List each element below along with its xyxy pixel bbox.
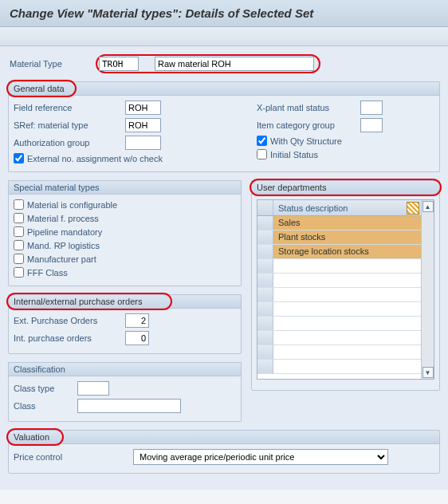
price-control-select[interactable]: Moving average price/periodic unit price — [133, 449, 388, 465]
row-selector[interactable] — [257, 360, 273, 373]
material-type-desc-input[interactable] — [155, 57, 314, 71]
xplant-input[interactable] — [360, 100, 383, 115]
table-row[interactable] — [257, 331, 421, 345]
material-type-label: Material Type — [8, 59, 96, 69]
material-type-highlight — [96, 54, 320, 73]
sref-input[interactable] — [125, 118, 161, 132]
row-selector[interactable] — [257, 288, 273, 301]
material-type-code-input[interactable] — [99, 57, 139, 71]
table-row[interactable] — [257, 345, 421, 360]
status-description-cell[interactable]: Sales — [273, 216, 421, 230]
table-row[interactable] — [257, 360, 421, 374]
int-po-label: Int. purchase orders — [14, 333, 125, 343]
special-material-checkbox[interactable] — [14, 199, 24, 210]
special-material-checkbox[interactable] — [14, 267, 24, 278]
table-row[interactable] — [257, 288, 421, 302]
table-row[interactable]: Sales — [257, 216, 421, 230]
special-material-types-title: Special material types — [8, 180, 242, 195]
purchase-orders-title-bar: Internal/external purchase orders — [8, 294, 242, 309]
user-departments-scrollbar[interactable]: ▲ ▼ — [421, 200, 434, 379]
status-description-cell[interactable] — [273, 345, 421, 359]
class-input[interactable] — [77, 399, 181, 413]
valuation-group: Valuation Price control Moving average p… — [8, 430, 440, 474]
special-material-checkbox[interactable] — [14, 254, 24, 264]
row-selector[interactable] — [257, 259, 273, 273]
status-description-cell[interactable] — [273, 317, 421, 330]
initial-status-checkbox[interactable] — [257, 149, 267, 159]
purchase-orders-group: Internal/external purchase orders Ext. P… — [8, 294, 242, 354]
user-departments-table: Status description SalesPlant stocksStor… — [257, 199, 434, 380]
xplant-label: X-plant matl status — [257, 103, 360, 112]
special-material-label: Pipeline mandatory — [27, 227, 102, 237]
class-type-label: Class type — [14, 384, 77, 393]
with-qty-checkbox[interactable] — [257, 136, 267, 146]
row-selector[interactable] — [257, 245, 273, 258]
special-material-checkbox[interactable] — [14, 226, 24, 237]
auth-group-label: Authorization group — [14, 138, 125, 148]
status-description-cell[interactable] — [273, 302, 421, 316]
int-po-input[interactable] — [125, 331, 149, 345]
table-row[interactable] — [257, 302, 421, 317]
user-departments-header: Status description — [257, 200, 421, 216]
main-content: Material Type General data Field referen… — [0, 46, 448, 490]
status-description-cell[interactable] — [273, 331, 421, 345]
special-material-row: Mand. RP logistics — [14, 240, 236, 250]
table-row[interactable] — [257, 317, 421, 331]
ext-no-label: External no. assignment w/o check — [27, 154, 163, 163]
special-material-checkbox[interactable] — [14, 213, 24, 223]
purchase-orders-title: Internal/external purchase orders — [14, 297, 142, 306]
table-row[interactable] — [257, 274, 421, 288]
valuation-title: Valuation — [14, 432, 49, 442]
price-control-label: Price control — [14, 452, 133, 462]
item-cat-label: Item category group — [257, 120, 360, 130]
class-type-input[interactable] — [77, 381, 109, 396]
row-selector[interactable] — [257, 345, 273, 359]
table-config-icon[interactable] — [407, 202, 419, 215]
scroll-up-icon[interactable]: ▲ — [422, 201, 434, 212]
status-description-header[interactable]: Status description — [273, 203, 407, 213]
auth-group-input[interactable] — [125, 136, 161, 150]
row-selector[interactable] — [257, 230, 273, 244]
user-departments-group: User departments Status description Sale… — [251, 180, 440, 391]
row-selector[interactable] — [257, 317, 273, 330]
special-material-label: Manufacturer part — [27, 254, 96, 264]
table-row[interactable]: Plant stocks — [257, 230, 421, 245]
table-row[interactable]: Storage location stocks — [257, 245, 421, 259]
special-material-label: Mand. RP logistics — [27, 241, 100, 250]
status-description-cell[interactable]: Storage location stocks — [273, 245, 421, 258]
special-material-row: Material is configurable — [14, 199, 236, 210]
special-material-row: Manufacturer part — [14, 254, 236, 264]
special-material-row: Pipeline mandatory — [14, 226, 236, 237]
row-selector[interactable] — [257, 216, 273, 230]
status-description-cell[interactable] — [273, 259, 421, 273]
select-all-column[interactable] — [257, 200, 273, 215]
row-selector[interactable] — [257, 331, 273, 345]
general-data-group: General data Field reference SRef: mater… — [8, 81, 440, 172]
scroll-down-icon[interactable]: ▼ — [422, 367, 434, 378]
special-material-row: Material f. process — [14, 213, 236, 223]
toolbar — [0, 27, 448, 46]
valuation-title-bar: Valuation — [8, 430, 440, 444]
special-material-checkbox[interactable] — [14, 240, 24, 250]
special-material-label: Material is configurable — [27, 200, 117, 210]
special-material-label: FFF Class — [27, 268, 68, 278]
window-title: Change View "Material types": Details of… — [0, 0, 448, 27]
classification-title: Classification — [8, 362, 242, 376]
with-qty-label: With Qty Structure — [270, 136, 342, 146]
ext-po-input[interactable] — [125, 313, 149, 328]
item-cat-input[interactable] — [360, 118, 383, 132]
field-reference-input[interactable] — [125, 100, 161, 115]
general-data-title: General data — [14, 84, 65, 93]
sref-label: SRef: material type — [14, 120, 125, 130]
general-data-title-bar: General data — [8, 81, 440, 96]
table-row[interactable] — [257, 259, 421, 274]
status-description-cell[interactable]: Plant stocks — [273, 230, 421, 244]
ext-no-checkbox[interactable] — [14, 153, 24, 163]
row-selector[interactable] — [257, 302, 273, 316]
status-description-cell[interactable] — [273, 274, 421, 287]
user-departments-title: User departments — [257, 183, 326, 192]
status-description-cell[interactable] — [273, 360, 421, 373]
row-selector[interactable] — [257, 274, 273, 287]
status-description-cell[interactable] — [273, 288, 421, 301]
special-material-label: Material f. process — [27, 214, 99, 223]
